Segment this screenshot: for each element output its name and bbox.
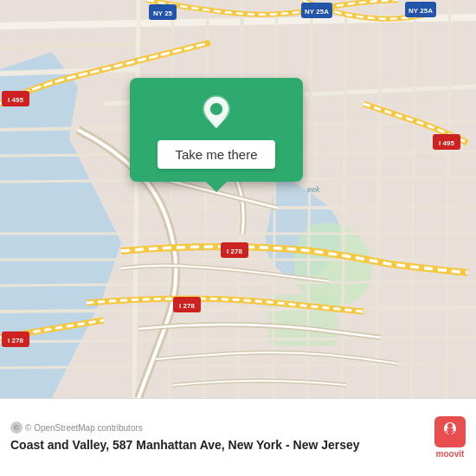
location-pin-icon [199, 95, 234, 130]
take-me-there-button[interactable]: Take me there [158, 140, 274, 169]
svg-text:I 495: I 495 [439, 139, 454, 147]
svg-text:NY 25A: NY 25A [305, 8, 329, 16]
bottom-bar: © © OpenStreetMap contributors Coast and… [0, 398, 476, 476]
osm-credit-text: © OpenStreetMap contributors [25, 423, 143, 433]
svg-text:I 278: I 278 [8, 337, 23, 344]
svg-point-47 [447, 423, 453, 428]
moovit-text: moovit [436, 449, 465, 459]
osm-credit: © © OpenStreetMap contributors [10, 421, 426, 434]
svg-text:I 278: I 278 [179, 302, 195, 310]
map-container[interactable]: NY 25 NY 25A NY 25A I 495 I 495 I 278 I … [0, 0, 476, 398]
moovit-icon [434, 416, 466, 447]
location-title: Coast and Valley, 587 Manhattan Ave, New… [10, 437, 426, 453]
svg-text:I 278: I 278 [227, 248, 242, 255]
map-popup: Take me there [130, 78, 303, 182]
svg-point-44 [210, 103, 222, 115]
svg-text:eek: eek [307, 185, 320, 194]
bottom-info: © © OpenStreetMap contributors Coast and… [10, 421, 426, 453]
osm-logo: © [10, 421, 23, 434]
map-background: NY 25 NY 25A NY 25A I 495 I 495 I 278 I … [0, 0, 476, 398]
svg-text:I 495: I 495 [8, 96, 23, 104]
svg-text:NY 25A: NY 25A [408, 7, 433, 15]
svg-text:NY 25: NY 25 [153, 10, 173, 17]
moovit-logo: moovit [434, 416, 466, 459]
